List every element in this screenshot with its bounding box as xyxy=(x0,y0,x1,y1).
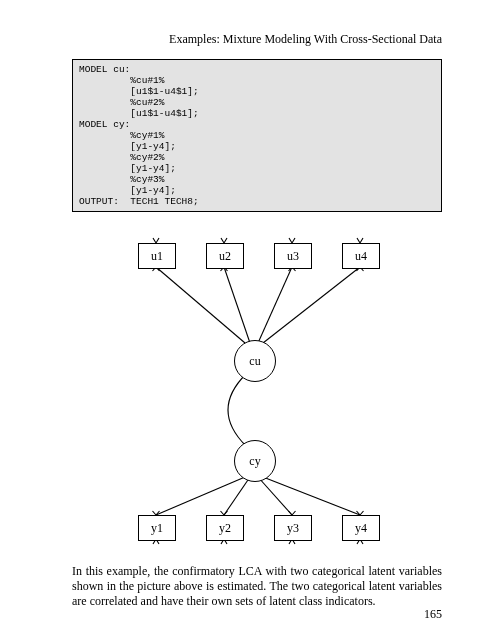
node-u2: u2 xyxy=(206,243,244,269)
model-diagram: u1 u2 u3 u4 cu cy y1 y2 y3 y4 xyxy=(112,230,402,552)
page-number: 165 xyxy=(424,607,442,622)
node-label: cu xyxy=(249,354,260,369)
svg-line-2 xyxy=(258,267,292,343)
node-label: y1 xyxy=(151,521,163,536)
node-y4: y4 xyxy=(342,515,380,541)
node-label: y2 xyxy=(219,521,231,536)
svg-line-6 xyxy=(258,477,292,515)
svg-line-5 xyxy=(224,477,250,515)
node-label: u3 xyxy=(287,249,299,264)
node-u3: u3 xyxy=(274,243,312,269)
node-label: u1 xyxy=(151,249,163,264)
node-y2: y2 xyxy=(206,515,244,541)
node-label: u4 xyxy=(355,249,367,264)
node-cu: cu xyxy=(234,340,276,382)
node-label: y3 xyxy=(287,521,299,536)
code-block: MODEL cu: %cu#1% [u1$1-u4$1]; %cu#2% [u1… xyxy=(72,59,442,212)
svg-line-0 xyxy=(156,267,245,343)
svg-line-7 xyxy=(263,477,360,515)
node-label: cy xyxy=(249,454,260,469)
node-cy: cy xyxy=(234,440,276,482)
body-paragraph: In this example, the confirmatory LCA wi… xyxy=(72,564,442,609)
node-y3: y3 xyxy=(274,515,312,541)
node-y1: y1 xyxy=(138,515,176,541)
svg-line-1 xyxy=(224,267,250,343)
node-label: u2 xyxy=(219,249,231,264)
page-header: Examples: Mixture Modeling With Cross-Se… xyxy=(72,32,442,47)
svg-line-3 xyxy=(263,267,360,343)
node-u4: u4 xyxy=(342,243,380,269)
node-label: y4 xyxy=(355,521,367,536)
svg-line-4 xyxy=(156,477,245,515)
node-u1: u1 xyxy=(138,243,176,269)
